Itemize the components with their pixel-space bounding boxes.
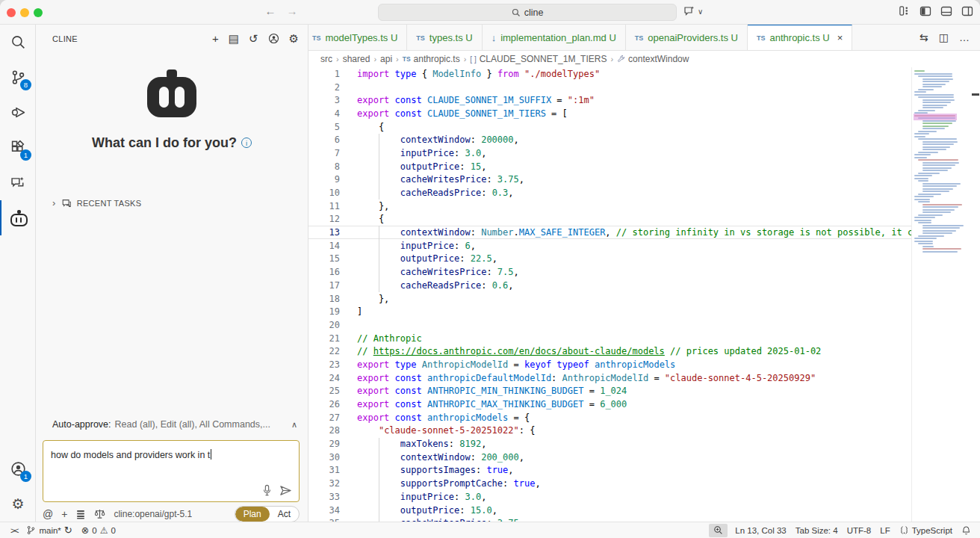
code-line-32[interactable]: 32 supportsPromptCache: true, xyxy=(308,477,911,490)
back-icon[interactable]: ← xyxy=(263,4,278,17)
accounts-button[interactable]: 1 xyxy=(0,451,36,486)
code-line-11[interactable]: 11 }, xyxy=(308,200,911,213)
act-mode-button[interactable]: Act xyxy=(270,507,299,522)
code-line-19[interactable]: 19] xyxy=(308,305,911,318)
breadcrumb-item-CLAUDE_SONNET_1M_TIERS[interactable]: [ ]CLAUDE_SONNET_1M_TIERS xyxy=(470,54,607,64)
notifications-button[interactable] xyxy=(957,522,980,538)
encoding-status[interactable]: UTF-8 xyxy=(843,522,876,538)
code-line-10[interactable]: 10 cacheReadsPrice: 0.3, xyxy=(308,186,911,200)
open-changes-icon[interactable]: ⇆ xyxy=(919,31,928,43)
code-line-8[interactable]: 8 outputPrice: 15, xyxy=(308,160,911,173)
mention-icon[interactable]: @ xyxy=(43,509,53,519)
code-line-3[interactable]: 3export const CLAUDE_SONNET_1M_SUFFIX = … xyxy=(308,93,911,107)
code-line-28[interactable]: 28 "claude-sonnet-5-20251022": { xyxy=(308,424,911,438)
cursor-position[interactable]: Ln 13, Col 33 xyxy=(731,522,790,538)
forward-icon[interactable]: → xyxy=(285,4,300,17)
breadcrumb-item-anthropic.ts[interactable]: TSanthropic.ts xyxy=(403,54,460,64)
tab-openaiProviders.ts[interactable]: TSopenaiProviders.ts U xyxy=(626,25,748,51)
rules-list-icon[interactable] xyxy=(75,510,86,519)
send-icon[interactable] xyxy=(279,485,292,496)
breadcrumb-item-shared[interactable]: shared xyxy=(343,54,370,64)
scrollbar[interactable] xyxy=(971,67,980,522)
eol-status[interactable]: LF xyxy=(875,522,894,538)
sidebar-item-chat[interactable] xyxy=(0,165,36,200)
split-editor-icon[interactable]: ◫ xyxy=(939,31,949,43)
sidebar-item-search[interactable] xyxy=(0,25,36,60)
code-line-9[interactable]: 9 cacheWritesPrice: 3.75, xyxy=(308,173,911,187)
customize-layout-icon[interactable] xyxy=(899,5,910,16)
code-line-1[interactable]: 1import type { ModelInfo } from "./model… xyxy=(308,67,911,81)
code-line-20[interactable]: 20 xyxy=(308,318,911,332)
code-line-31[interactable]: 31 supportsImages: true, xyxy=(308,464,911,477)
code-line-12[interactable]: 12 { xyxy=(308,213,911,226)
add-context-icon[interactable]: + xyxy=(61,509,67,519)
code-line-7[interactable]: 7 inputPrice: 3.0, xyxy=(308,146,911,160)
command-center-search[interactable]: cline xyxy=(378,4,677,21)
more-actions-icon[interactable]: … xyxy=(959,31,970,43)
code-line-21[interactable]: 21// Anthropic xyxy=(308,332,911,345)
code-line-2[interactable]: 2 xyxy=(308,81,911,94)
language-status[interactable]: TypeScript xyxy=(895,522,957,538)
toggle-panel-icon[interactable] xyxy=(940,5,952,17)
code-line-18[interactable]: 18 }, xyxy=(308,292,911,306)
manage-settings-button[interactable]: ⚙ xyxy=(0,486,36,522)
close-window-button[interactable] xyxy=(7,8,16,17)
code-line-5[interactable]: 5 { xyxy=(308,120,911,134)
tab-modelTypes.ts[interactable]: TSmodelTypes.ts U xyxy=(308,25,407,51)
remote-indicator[interactable]: >< xyxy=(0,522,22,538)
toggle-sidebar-icon[interactable] xyxy=(919,5,931,17)
sidebar-item-source-control[interactable]: 8 xyxy=(0,60,36,95)
code-line-4[interactable]: 4export const CLAUDE_SONNET_1M_TIERS = [ xyxy=(308,107,911,120)
minimap[interactable] xyxy=(911,67,971,522)
code-line-15[interactable]: 15 outputPrice: 22.5, xyxy=(308,253,911,266)
sidebar-item-run-debug[interactable] xyxy=(0,95,36,130)
account-icon[interactable] xyxy=(268,33,279,44)
breadcrumb-item-api[interactable]: api xyxy=(380,54,392,64)
close-icon[interactable]: × xyxy=(837,32,843,43)
recent-tasks-header[interactable]: › RECENT TASKS xyxy=(52,197,141,208)
tab-implementation_plan.md[interactable]: ↓implementation_plan.md U xyxy=(483,25,626,51)
tab-types.ts[interactable]: TStypes.ts U xyxy=(407,25,482,51)
code-line-22[interactable]: 22// https://docs.anthropic.com/en/docs/… xyxy=(308,344,911,358)
branch-status[interactable]: main* ↻ xyxy=(22,522,76,538)
breadcrumb-item-contextWindow[interactable]: contextWindow xyxy=(617,54,689,64)
mcp-servers-icon[interactable]: ▤ xyxy=(229,33,239,44)
sidebar-item-cline[interactable] xyxy=(0,200,36,235)
sidebar-item-extensions[interactable]: 1 xyxy=(0,130,36,165)
code-line-34[interactable]: 34 outputPrice: 15.0, xyxy=(308,504,911,517)
code-line-30[interactable]: 30 contextWindow: 200_000, xyxy=(308,451,911,464)
scale-icon[interactable] xyxy=(94,509,105,519)
auto-approve-bar[interactable]: Auto-approve: Read (all), Edit (all), Al… xyxy=(52,419,297,430)
tab-anthropic.ts[interactable]: TSanthropic.ts U× xyxy=(748,25,852,51)
code-line-33[interactable]: 33 inputPrice: 3.0, xyxy=(308,490,911,504)
code-line-24[interactable]: 24export const anthropicDefaultModelId: … xyxy=(308,371,911,385)
breadcrumb-item-src[interactable]: src xyxy=(320,54,332,64)
minimize-window-button[interactable] xyxy=(20,8,29,17)
indentation-status[interactable]: Tab Size: 4 xyxy=(791,522,843,538)
toggle-secondary-sidebar-icon[interactable] xyxy=(961,5,973,17)
code-line-26[interactable]: 26export const ANTHROPIC_MAX_THINKING_BU… xyxy=(308,398,911,411)
info-icon[interactable]: i xyxy=(241,137,252,148)
code-line-16[interactable]: 16 cacheWritesPrice: 7.5, xyxy=(308,265,911,279)
code-area[interactable]: 1import type { ModelInfo } from "./model… xyxy=(308,67,980,522)
plan-mode-button[interactable]: Plan xyxy=(235,507,270,522)
code-line-29[interactable]: 29 maxTokens: 8192, xyxy=(308,437,911,451)
zoom-status-item[interactable] xyxy=(709,524,728,537)
copilot-chat-button[interactable]: ∨ xyxy=(683,5,703,17)
code-line-35[interactable]: 35 cacheWritesPrice: 3.75, xyxy=(308,516,911,522)
code-line-27[interactable]: 27export const anthropicModels = { xyxy=(308,411,911,424)
settings-icon[interactable]: ⚙ xyxy=(289,33,299,44)
code-line-14[interactable]: 14 inputPrice: 6, xyxy=(308,239,911,253)
maximize-window-button[interactable] xyxy=(34,8,43,17)
model-selector[interactable]: cline:openai/gpt-5.1 xyxy=(114,509,192,519)
chat-input-box[interactable]: how do models and providers work in t xyxy=(43,440,300,502)
code-line-25[interactable]: 25export const ANTHROPIC_MIN_THINKING_BU… xyxy=(308,385,911,398)
new-task-icon[interactable]: + xyxy=(212,33,219,44)
code-line-6[interactable]: 6 contextWindow: 200000, xyxy=(308,133,911,146)
history-icon[interactable]: ↺ xyxy=(249,33,258,44)
problems-status[interactable]: ⊗ 0 ⚠ 0 xyxy=(77,522,120,538)
code-line-17[interactable]: 17 cacheReadsPrice: 0.6, xyxy=(308,279,911,292)
code-line-13[interactable]: 13 contextWindow: Number.MAX_SAFE_INTEGE… xyxy=(308,226,911,239)
microphone-icon[interactable] xyxy=(262,484,272,496)
code-line-23[interactable]: 23export type AnthropicModelId = keyof t… xyxy=(308,358,911,371)
